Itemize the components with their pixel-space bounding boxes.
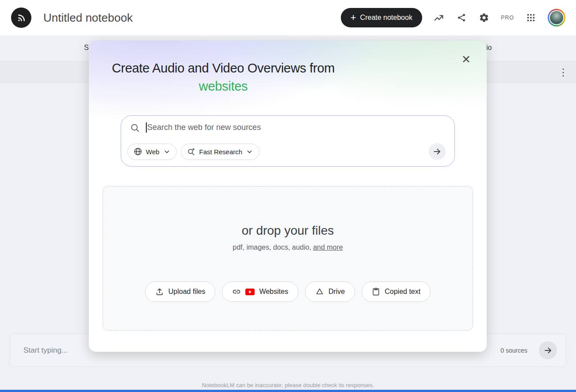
- sources-count: 0 sources: [500, 347, 527, 354]
- dropzone-subtext-formats: pdf, images, docs, audio,: [233, 244, 311, 251]
- app-header: Untitled notebook + Create notebook: [0, 0, 576, 35]
- text-caret: [146, 122, 147, 133]
- search-row: [127, 122, 448, 133]
- pro-badge: PRO: [501, 15, 514, 21]
- search-input[interactable]: [147, 123, 448, 132]
- and-more-link[interactable]: and more: [313, 244, 343, 251]
- upload-files-button[interactable]: Upload files: [145, 282, 216, 302]
- chat-send-button[interactable]: [539, 341, 557, 359]
- modal-title-text: Create Audio and Video Overviews from: [100, 59, 346, 77]
- chevron-down-icon: [163, 148, 171, 156]
- search-submit-button[interactable]: [429, 143, 446, 160]
- header-left: Untitled notebook: [11, 8, 133, 28]
- plus-icon: +: [351, 13, 356, 23]
- modal-title: Create Audio and Video Overviews from we…: [100, 59, 346, 95]
- apps-grid-icon[interactable]: [525, 12, 537, 23]
- create-notebook-button[interactable]: + Create notebook: [341, 8, 422, 27]
- create-sources-modal: ✕ Create Audio and Video Overviews from …: [89, 41, 487, 352]
- close-icon[interactable]: ✕: [460, 52, 473, 67]
- share-icon[interactable]: [456, 12, 467, 23]
- more-options-icon[interactable]: ⋮: [556, 66, 571, 79]
- research-sparkle-icon: [187, 147, 196, 156]
- chat-input[interactable]: Start typing...: [23, 346, 68, 355]
- arrow-right-icon: [432, 147, 442, 156]
- web-source-dropdown[interactable]: Web: [127, 144, 177, 160]
- logo-wave-icon: [16, 12, 27, 23]
- filter-left: Web Fast Research: [127, 144, 259, 160]
- bottom-strip: [0, 390, 576, 392]
- drive-label: Drive: [328, 288, 345, 296]
- research-mode-dropdown[interactable]: Fast Research: [181, 144, 260, 160]
- notebook-title[interactable]: Untitled notebook: [43, 11, 133, 25]
- settings-gear-icon[interactable]: [478, 12, 490, 23]
- arrow-right-icon: [543, 346, 553, 355]
- search-icon: [130, 123, 140, 133]
- copied-text-button[interactable]: Copied text: [362, 282, 431, 302]
- dropzone-buttons: Upload files Websites Driv: [103, 282, 473, 302]
- youtube-icon: [245, 289, 255, 295]
- header-right: + Create notebook PRO: [341, 8, 565, 27]
- web-search-box: Web Fast Research: [121, 115, 455, 167]
- copied-text-label: Copied text: [385, 288, 420, 296]
- create-notebook-label: Create notebook: [360, 14, 412, 22]
- chat-bar-right: 0 sources: [500, 341, 557, 359]
- link-icon: [232, 287, 241, 296]
- notebooklm-logo[interactable]: [11, 8, 31, 28]
- disclaimer-text: NotebookLM can be inaccurate; please dou…: [0, 382, 576, 388]
- analytics-trending-icon[interactable]: [433, 12, 445, 23]
- websites-label: Websites: [259, 288, 288, 296]
- upload-icon: [155, 287, 164, 296]
- drive-button[interactable]: Drive: [305, 282, 355, 302]
- drive-icon: [315, 287, 324, 296]
- filter-row: Web Fast Research: [127, 143, 448, 160]
- globe-icon: [134, 147, 142, 156]
- research-mode-label: Fast Research: [199, 148, 243, 156]
- modal-title-highlight: websites: [100, 77, 346, 95]
- notebooklm-app: Untitled notebook + Create notebook: [0, 0, 576, 392]
- avatar[interactable]: [548, 9, 565, 27]
- web-source-label: Web: [146, 148, 160, 156]
- file-dropzone[interactable]: or drop your files pdf, images, docs, au…: [103, 186, 473, 331]
- dropzone-subtext: pdf, images, docs, audio,and more: [103, 243, 473, 252]
- avatar-photo: [549, 10, 564, 25]
- dropzone-heading: or drop your files: [103, 224, 473, 238]
- websites-button[interactable]: Websites: [222, 282, 298, 302]
- upload-files-label: Upload files: [168, 288, 206, 296]
- chevron-down-icon: [246, 148, 253, 156]
- clipboard-icon: [372, 288, 380, 296]
